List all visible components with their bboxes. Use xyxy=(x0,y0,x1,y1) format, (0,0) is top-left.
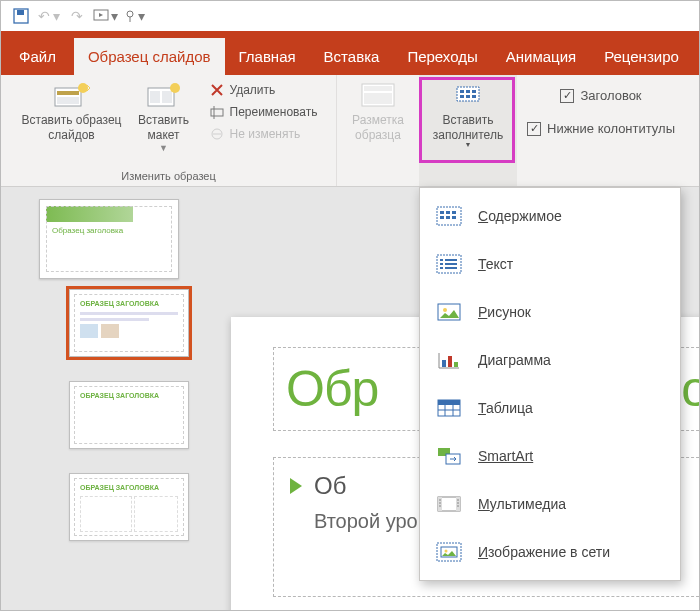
svg-rect-22 xyxy=(466,95,470,98)
layout-icon xyxy=(146,81,182,109)
checkbox-icon: ✓ xyxy=(560,89,574,103)
svg-rect-19 xyxy=(466,90,470,93)
svg-rect-9 xyxy=(150,91,160,103)
delete-button[interactable]: Удалить xyxy=(204,79,280,101)
placeholder-icon xyxy=(450,81,486,109)
svg-rect-28 xyxy=(440,216,444,219)
save-icon[interactable] xyxy=(7,4,35,28)
dropdown-item-content[interactable]: Содержимое xyxy=(420,192,680,240)
svg-point-11 xyxy=(170,83,180,93)
thumbnails-panel: Образец заголовка ОБРАЗЕЦ ЗАГОЛОВКА ОБРА… xyxy=(1,187,221,610)
svg-rect-37 xyxy=(445,267,457,269)
svg-rect-41 xyxy=(448,356,452,367)
table-icon xyxy=(434,394,464,422)
insert-layout-button[interactable]: Вставить макет ▼ xyxy=(128,79,200,156)
svg-point-3 xyxy=(127,11,133,17)
svg-rect-26 xyxy=(446,211,450,214)
svg-rect-27 xyxy=(452,211,456,214)
checkbox-icon: ✓ xyxy=(527,122,541,136)
tab-transitions[interactable]: Переходы xyxy=(393,38,491,75)
svg-rect-6 xyxy=(57,97,79,104)
insert-layout-label: Вставить макет xyxy=(134,113,194,143)
svg-rect-23 xyxy=(472,95,476,98)
slide-master-thumbnail[interactable]: Образец заголовка xyxy=(39,199,179,279)
svg-rect-49 xyxy=(456,497,460,511)
layout-thumbnail[interactable]: ОБРАЗЕЦ ЗАГОЛОВКА xyxy=(69,289,189,357)
svg-rect-32 xyxy=(440,259,443,261)
layout-thumbnail[interactable]: ОБРАЗЕЦ ЗАГОЛОВКА xyxy=(69,381,189,449)
tab-insert[interactable]: Вставка xyxy=(310,38,394,75)
tab-file[interactable]: Файл xyxy=(1,38,74,75)
insert-placeholder-dropdown: Содержимое Текст Рисунок Диаграмма Табли… xyxy=(419,187,681,581)
preserve-icon xyxy=(208,126,226,142)
svg-rect-25 xyxy=(440,211,444,214)
svg-rect-35 xyxy=(445,263,457,265)
checkbox-title[interactable]: ✓ Заголовок xyxy=(556,85,645,106)
insert-slide-master-label: Вставить образец слайдов xyxy=(22,113,122,143)
tab-animation[interactable]: Анимация xyxy=(492,38,590,75)
svg-rect-21 xyxy=(460,95,464,98)
slide-master-icon xyxy=(54,81,90,109)
svg-rect-17 xyxy=(457,87,479,101)
svg-rect-36 xyxy=(440,267,443,269)
text-icon xyxy=(434,250,464,278)
ribbon: Вставить образец слайдов Вставить макет … xyxy=(1,75,699,187)
checkbox-footers[interactable]: ✓ Нижние колонтитулы xyxy=(523,118,679,139)
delete-icon xyxy=(208,82,226,98)
preserve-button: Не изменять xyxy=(204,123,305,145)
dropdown-item-picture[interactable]: Рисунок xyxy=(420,288,680,336)
master-layout-icon xyxy=(360,81,396,109)
dropdown-item-text[interactable]: Текст xyxy=(420,240,680,288)
svg-rect-20 xyxy=(472,90,476,93)
bullet-icon xyxy=(290,478,302,494)
dropdown-item-online-image[interactable]: Изображение в сети xyxy=(420,528,680,576)
svg-point-39 xyxy=(443,308,447,312)
layout-thumbnail[interactable]: ОБРАЗЕЦ ЗАГОЛОВКА xyxy=(69,473,189,541)
dropdown-item-chart[interactable]: Диаграмма xyxy=(420,336,680,384)
svg-rect-15 xyxy=(364,86,392,91)
rename-icon xyxy=(208,104,226,120)
svg-rect-33 xyxy=(445,259,457,261)
master-layout-button: Разметка образца xyxy=(343,79,413,145)
svg-point-7 xyxy=(78,83,88,93)
touch-mode-icon[interactable]: ▾ xyxy=(119,4,147,28)
tab-slide-master[interactable]: Образец слайдов xyxy=(74,38,225,75)
tab-home[interactable]: Главная xyxy=(225,38,310,75)
dropdown-item-table[interactable]: Таблица xyxy=(420,384,680,432)
svg-point-52 xyxy=(445,550,448,553)
svg-rect-34 xyxy=(440,263,443,265)
dropdown-item-smartart[interactable]: SmartArt xyxy=(420,432,680,480)
smartart-icon xyxy=(434,442,464,470)
dropdown-item-media[interactable]: Мультимедиа xyxy=(420,480,680,528)
svg-rect-29 xyxy=(446,216,450,219)
svg-rect-16 xyxy=(364,93,392,104)
tab-review[interactable]: Рецензиро xyxy=(590,38,693,75)
chart-icon xyxy=(434,346,464,374)
slideshow-icon[interactable]: ▾ xyxy=(91,4,119,28)
svg-rect-10 xyxy=(162,91,172,103)
rename-button[interactable]: Переименовать xyxy=(204,101,322,123)
undo-icon[interactable]: ↶ ▾ xyxy=(35,4,63,28)
svg-rect-44 xyxy=(438,400,460,405)
insert-placeholder-button[interactable]: Вставить заполнитель ▼ xyxy=(425,79,511,154)
svg-rect-18 xyxy=(460,90,464,93)
picture-icon xyxy=(434,298,464,326)
media-icon xyxy=(434,490,464,518)
group-edit-master-label: Изменить образец xyxy=(121,170,216,184)
online-image-icon xyxy=(434,538,464,566)
content-icon xyxy=(434,202,464,230)
svg-rect-48 xyxy=(438,497,442,511)
chevron-down-icon: ▼ xyxy=(159,143,168,154)
chevron-down-icon: ▼ xyxy=(465,141,472,150)
svg-rect-1 xyxy=(17,10,24,15)
svg-rect-5 xyxy=(57,91,79,95)
svg-rect-12 xyxy=(211,109,223,116)
ribbon-tabs: Файл Образец слайдов Главная Вставка Пер… xyxy=(1,31,699,75)
redo-icon[interactable]: ↷ xyxy=(63,4,91,28)
insert-slide-master-button[interactable]: Вставить образец слайдов xyxy=(16,79,128,145)
svg-rect-42 xyxy=(454,362,458,367)
svg-rect-30 xyxy=(452,216,456,219)
svg-rect-40 xyxy=(442,360,446,367)
quick-access-toolbar: ↶ ▾ ↷ ▾ ▾ xyxy=(1,1,699,31)
